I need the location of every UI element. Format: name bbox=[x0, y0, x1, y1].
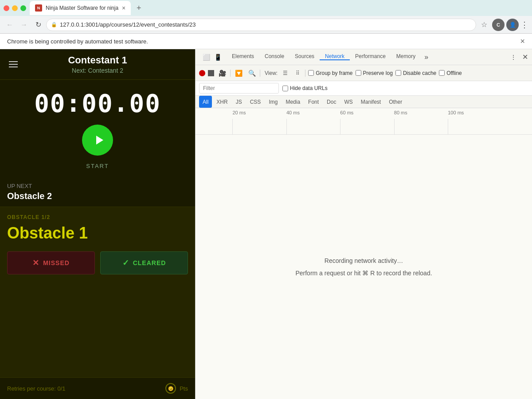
network-msg-line1: Recording network activity… bbox=[295, 254, 432, 267]
camera-icon[interactable]: 🎥 bbox=[217, 68, 227, 78]
group-by-frame-toggle[interactable]: Group by frame bbox=[308, 70, 352, 76]
devtools-settings-icon[interactable]: ⋮ bbox=[508, 52, 519, 63]
timer-area: 00:00.00 START bbox=[0, 80, 195, 177]
devtools-close-btn[interactable]: ✕ bbox=[520, 52, 530, 63]
tab-close-btn[interactable]: × bbox=[122, 4, 125, 12]
group-by-frame-checkbox[interactable] bbox=[308, 70, 314, 76]
devtools-panel: ⬜ 📱 Elements Console Sources Network bbox=[195, 49, 532, 399]
toolbar-separator-2 bbox=[260, 70, 260, 77]
contestant-info: Contestant 1 Next: Contestant 2 bbox=[20, 55, 176, 74]
svg-marker-0 bbox=[96, 136, 103, 145]
tl-gridline-5 bbox=[448, 119, 448, 134]
new-tab-btn[interactable]: + bbox=[133, 2, 145, 14]
active-tab[interactable]: N Ninja Master Software for ninja × bbox=[30, 1, 131, 15]
filter-type-xhr[interactable]: XHR bbox=[213, 96, 231, 108]
record-btn[interactable] bbox=[199, 70, 205, 76]
filter-types-bar: All XHR JS CSS Img Media Font Doc WS Man… bbox=[196, 96, 532, 108]
tl-gridline-1 bbox=[232, 119, 233, 134]
disable-cache-checkbox[interactable] bbox=[395, 70, 401, 76]
cleared-btn[interactable]: ✓ CLEARED bbox=[100, 251, 188, 274]
play-icon bbox=[93, 134, 105, 146]
contestant-name: Contestant 1 bbox=[20, 55, 176, 66]
window-min-btn[interactable] bbox=[12, 5, 18, 11]
filter-type-media[interactable]: Media bbox=[282, 96, 304, 108]
obstacle-label: OBSTACLE 1/2 bbox=[7, 214, 188, 220]
disable-cache-label: Disable cache bbox=[403, 70, 436, 76]
stop-btn[interactable] bbox=[208, 70, 214, 76]
timeline-label-20ms: 20 ms bbox=[232, 110, 246, 115]
filter-type-doc[interactable]: Doc bbox=[323, 96, 340, 108]
tl-gridline-2 bbox=[286, 119, 287, 134]
search-icon[interactable]: 🔍 bbox=[246, 68, 257, 78]
preserve-log-toggle[interactable]: Preserve log bbox=[356, 70, 393, 76]
extension-btn[interactable]: C bbox=[492, 19, 505, 31]
filter-type-manifest[interactable]: Manifest bbox=[357, 96, 384, 108]
tab-title: Ninja Master Software for ninja bbox=[46, 5, 118, 11]
tab-favicon: N bbox=[35, 4, 42, 12]
toolbar-separator-1 bbox=[230, 70, 231, 77]
profile-btn[interactable]: 👤 bbox=[506, 19, 519, 31]
chrome-menu-btn[interactable]: ⋮ bbox=[520, 20, 528, 30]
retries-text: Retries per course: 0/1 bbox=[7, 385, 66, 392]
pts-area: 😐 Pts bbox=[165, 383, 188, 394]
disable-cache-toggle[interactable]: Disable cache bbox=[395, 70, 436, 76]
filter-type-ws[interactable]: WS bbox=[340, 96, 356, 108]
app-panel: Contestant 1 Next: Contestant 2 00:00.00… bbox=[0, 49, 195, 399]
network-empty-message: Recording network activity… Perform a re… bbox=[295, 254, 432, 279]
offline-checkbox[interactable] bbox=[439, 70, 445, 76]
cleared-check-icon: ✓ bbox=[122, 258, 129, 268]
timeline-area: 20 ms 40 ms 60 ms 80 ms 100 ms bbox=[196, 108, 532, 135]
notification-text: Chrome is being controlled by automated … bbox=[7, 38, 148, 45]
timer-display: 00:00.00 bbox=[0, 89, 195, 117]
filter-type-font[interactable]: Font bbox=[305, 96, 322, 108]
tl-gridline-4 bbox=[394, 119, 395, 134]
timeline-label-40ms: 40 ms bbox=[286, 110, 300, 115]
tab-console[interactable]: Console bbox=[259, 53, 289, 60]
notification-close-btn[interactable]: × bbox=[520, 37, 525, 45]
app-footer: Retries per course: 0/1 😐 Pts bbox=[0, 377, 195, 399]
obstacle-buttons: ✕ MISSED ✓ CLEARED bbox=[7, 251, 188, 274]
network-msg-line2: Perform a request or hit ⌘ R to record t… bbox=[295, 267, 432, 279]
start-btn[interactable] bbox=[82, 125, 113, 156]
tab-network[interactable]: Network bbox=[320, 53, 350, 60]
window-controls[interactable] bbox=[4, 5, 26, 11]
window-max-btn[interactable] bbox=[20, 5, 26, 11]
tab-performance[interactable]: Performance bbox=[350, 53, 391, 60]
hamburger-menu[interactable] bbox=[7, 59, 20, 69]
filter-type-all[interactable]: All bbox=[199, 96, 212, 108]
timeline-ruler: 20 ms 40 ms 60 ms 80 ms 100 ms bbox=[196, 110, 532, 134]
tab-memory[interactable]: Memory bbox=[391, 53, 421, 60]
offline-toggle[interactable]: Offline bbox=[439, 70, 462, 76]
forward-btn[interactable]: → bbox=[18, 19, 30, 31]
bookmark-btn[interactable]: ☆ bbox=[478, 19, 490, 31]
filter-type-img[interactable]: Img bbox=[265, 96, 281, 108]
devtools-tabs: Elements Console Sources Network Perform… bbox=[227, 53, 508, 61]
up-next-label: UP NEXT bbox=[7, 183, 188, 189]
devtools-inspect-icon[interactable]: ⬜ bbox=[201, 52, 211, 63]
notification-bar: Chrome is being controlled by automated … bbox=[0, 34, 532, 49]
filter-type-js[interactable]: JS bbox=[232, 96, 246, 108]
up-next-name: Obstacle 2 bbox=[7, 191, 188, 201]
contestant-next: Next: Contestant 2 bbox=[20, 67, 176, 74]
window-close-btn[interactable] bbox=[4, 5, 9, 11]
tab-sources[interactable]: Sources bbox=[289, 53, 320, 60]
obstacle-area: OBSTACLE 1/2 Obstacle 1 ✕ MISSED ✓ CLEAR… bbox=[0, 207, 195, 377]
filter-type-other[interactable]: Other bbox=[385, 96, 406, 108]
hide-data-urls-toggle[interactable]: Hide data URLs bbox=[282, 85, 328, 91]
address-input[interactable]: 🔒 127.0.0.1:3001/app/courses/12/event_co… bbox=[46, 19, 476, 31]
network-toolbar: 🎥 🔽 🔍 View: ☰ ⠿ Group by frame Preserve … bbox=[196, 65, 532, 81]
filter-input[interactable] bbox=[199, 83, 279, 94]
hide-data-urls-checkbox[interactable] bbox=[282, 86, 288, 91]
tab-elements[interactable]: Elements bbox=[227, 53, 259, 60]
reload-btn[interactable]: ↻ bbox=[32, 19, 44, 31]
preserve-log-checkbox[interactable] bbox=[356, 70, 361, 76]
filter-type-css[interactable]: CSS bbox=[246, 96, 265, 108]
view-waterfall-btn[interactable]: ⠿ bbox=[293, 68, 302, 78]
devtools-device-icon[interactable]: 📱 bbox=[212, 52, 223, 63]
view-list-btn[interactable]: ☰ bbox=[280, 68, 290, 78]
offline-label: Offline bbox=[446, 70, 462, 76]
back-btn[interactable]: ← bbox=[4, 19, 16, 31]
filter-icon[interactable]: 🔽 bbox=[233, 68, 244, 78]
missed-btn[interactable]: ✕ MISSED bbox=[7, 251, 95, 274]
devtools-more-tabs[interactable]: » bbox=[421, 53, 432, 61]
